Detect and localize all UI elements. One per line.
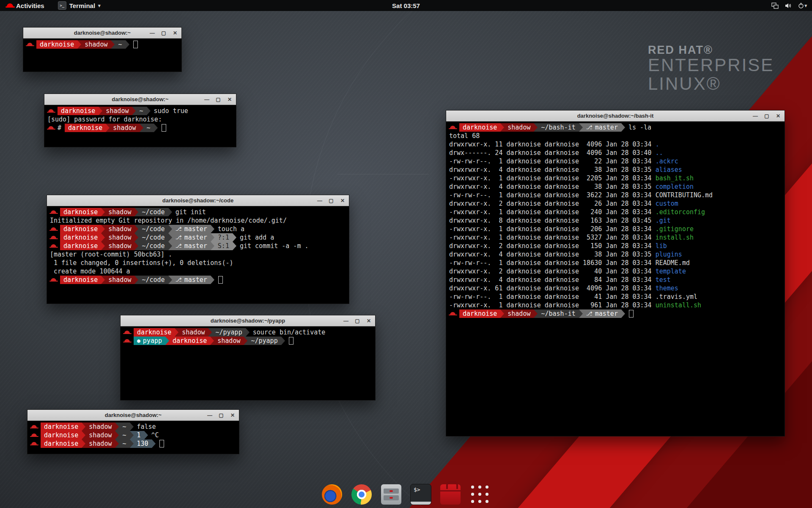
prompt-segment-path: ~ xyxy=(115,40,125,49)
prompt-segment-path: ~ xyxy=(119,439,129,448)
redhat-prompt-icon xyxy=(31,442,37,445)
titlebar[interactable]: darknoise@shadow:~—▢✕ xyxy=(23,28,181,39)
maximize-button[interactable]: ▢ xyxy=(160,30,167,36)
ls-row-meta: drwxrwxr-x. 8 darknoise darknoise 163 Ja… xyxy=(449,216,656,225)
window-title: darknoise@shadow:~ xyxy=(74,30,131,36)
app-menu-terminal[interactable]: >_ Terminal ▾ xyxy=(55,0,103,11)
powerline-separator-icon xyxy=(99,107,102,115)
ls-row-name: custom xyxy=(656,199,678,208)
appgrid-icon xyxy=(470,484,490,505)
clock[interactable]: Sat 03:57 xyxy=(388,0,424,11)
terminal-body[interactable]: darknoiseshadow~ xyxy=(23,39,181,75)
wallpaper-line xyxy=(337,174,429,174)
terminal-line: darknoiseshadow~false xyxy=(30,422,236,431)
toolbox-dock-icon[interactable] xyxy=(439,483,461,505)
terminal-cursor xyxy=(133,41,138,48)
volume-icon[interactable] xyxy=(785,3,792,9)
terminal-window: darknoise@shadow:~—▢✕darknoiseshadow~ xyxy=(23,27,182,72)
ls-row-meta: drwxrwxr-x. 2 darknoise darknoise 40 Jan… xyxy=(449,267,656,276)
close-button[interactable]: ✕ xyxy=(229,412,236,419)
ls-row-meta: drwxrwxr-x. 4 darknoise darknoise 38 Jan… xyxy=(449,182,656,191)
prompt-segment-scm: ⎇master xyxy=(172,233,211,242)
powerline-separator-icon xyxy=(621,123,625,132)
maximize-button[interactable]: ▢ xyxy=(763,113,770,119)
prompt-segment-user: darknoise xyxy=(41,431,82,439)
terminal-line: -rwxrwxr-x. 1 darknoise darknoise 2205 J… xyxy=(449,174,782,182)
powerline-separator-icon xyxy=(534,309,538,318)
terminal-text: Initialized empty Git repository in /hom… xyxy=(50,216,287,225)
powerline-separator-icon xyxy=(77,40,81,49)
minimize-button[interactable]: — xyxy=(316,197,323,204)
prompt-segment-path: ~ xyxy=(143,124,154,132)
close-button[interactable]: ✕ xyxy=(365,318,372,324)
terminal-text: 1 file changed, 0 insertions(+), 0 delet… xyxy=(50,259,233,267)
titlebar[interactable]: darknoise@shadow:~/code—▢✕ xyxy=(47,195,349,206)
maximize-button[interactable]: ▢ xyxy=(218,412,225,419)
system-menu[interactable]: ▾ xyxy=(798,2,807,9)
powerline-separator-icon xyxy=(500,309,504,318)
terminal-body[interactable]: darknoiseshadow~falsedarknoiseshadow~1^C… xyxy=(27,421,239,457)
titlebar[interactable]: darknoise@shadow:~/pyapp—▢✕ xyxy=(121,315,375,326)
ls-row-meta: -rw-rw-r--. 1 darknoise darknoise 41 Jan… xyxy=(449,293,656,301)
files-icon xyxy=(381,484,401,505)
close-button[interactable]: ✕ xyxy=(226,96,233,103)
minimize-button[interactable]: — xyxy=(206,412,213,419)
terminal-window: darknoise@shadow:~—▢✕darknoiseshadow~sud… xyxy=(44,94,236,147)
terminal-line: -rwxrwxr-x. 1 darknoise darknoise 5327 J… xyxy=(449,233,782,242)
terminal-dock-icon[interactable]: $> xyxy=(410,483,432,505)
minimize-button[interactable]: — xyxy=(149,30,156,36)
powerline-separator-icon xyxy=(111,40,115,49)
ls-row-meta: drwxrwxr-x. 2 darknoise darknoise 26 Jan… xyxy=(449,199,656,208)
terminal-line: -rwxrwxr-x. 1 darknoise darknoise 240 Ja… xyxy=(449,208,782,216)
powerline-separator-icon xyxy=(101,225,105,233)
terminal-cursor xyxy=(162,124,166,132)
terminal-line: [sudo] password for darknoise: xyxy=(47,115,233,124)
minimize-button[interactable]: — xyxy=(752,113,759,119)
powerline-separator-icon xyxy=(210,337,214,345)
terminal-body[interactable]: darknoiseshadow~sudo true[sudo] password… xyxy=(44,105,236,150)
window-controls: —▢✕ xyxy=(206,410,236,420)
minimize-button[interactable]: — xyxy=(343,318,349,324)
terminal-cursor xyxy=(289,337,294,345)
titlebar[interactable]: darknoise@shadow:~—▢✕ xyxy=(27,410,239,421)
terminal-line: darknoiseshadow~1^C xyxy=(30,431,236,439)
minimize-button[interactable]: — xyxy=(203,96,210,103)
close-button[interactable]: ✕ xyxy=(775,113,782,119)
terminal-line: darknoiseshadow~/bash-it⎇masterls -la xyxy=(449,123,782,132)
files-dock-icon[interactable] xyxy=(380,483,402,505)
maximize-button[interactable]: ▢ xyxy=(215,96,222,103)
redhat-prompt-icon xyxy=(450,126,455,129)
appgrid-dock-icon[interactable] xyxy=(469,483,491,505)
powerline-separator-icon xyxy=(82,431,85,439)
branch-icon: ⎇ xyxy=(176,242,182,250)
prompt-segment-scm: ⎇master xyxy=(583,309,621,318)
chrome-dock-icon[interactable] xyxy=(351,483,373,505)
prompt-segment-user: darknoise xyxy=(60,242,101,250)
window-title: darknoise@shadow:~ xyxy=(105,412,162,418)
prompt-segment-path: ~/code xyxy=(138,208,168,216)
close-button[interactable]: ✕ xyxy=(339,197,346,204)
terminal-body[interactable]: darknoiseshadow~/pyappsource bin/activat… xyxy=(121,326,375,403)
powerline-separator-icon xyxy=(130,439,134,448)
close-button[interactable]: ✕ xyxy=(172,30,178,36)
maximize-button[interactable]: ▢ xyxy=(328,197,335,204)
prompt-segment-user: darknoise xyxy=(60,225,101,233)
maximize-button[interactable]: ▢ xyxy=(354,318,361,324)
terminal-body[interactable]: darknoiseshadow~/bash-it⎇masterls -latot… xyxy=(446,121,785,439)
prompt-segment-user: darknoise xyxy=(459,123,500,132)
powerline-separator-icon xyxy=(134,276,138,284)
firefox-dock-icon[interactable] xyxy=(321,483,343,505)
ls-row-meta: drwxrwxr-x. 11 darknoise darknoise 4096 … xyxy=(449,140,656,149)
powerline-separator-icon xyxy=(147,107,151,115)
windows-icon[interactable] xyxy=(771,3,779,9)
powerline-separator-icon xyxy=(101,276,105,284)
terminal-line: ●pyappdarknoiseshadow~/pyapp xyxy=(123,337,372,345)
branch-icon: ⎇ xyxy=(176,276,182,284)
titlebar[interactable]: darknoise@shadow:~—▢✕ xyxy=(44,94,236,105)
powerline-separator-icon xyxy=(168,242,172,250)
powerline-separator-icon xyxy=(152,439,156,448)
activities-button[interactable]: Activities xyxy=(4,0,47,11)
titlebar[interactable]: darknoise@shadow:~/bash-it—▢✕ xyxy=(446,110,785,121)
terminal-body[interactable]: darknoiseshadow~/codegit initInitialized… xyxy=(47,206,349,307)
chevron-down-icon: ▾ xyxy=(804,3,807,8)
